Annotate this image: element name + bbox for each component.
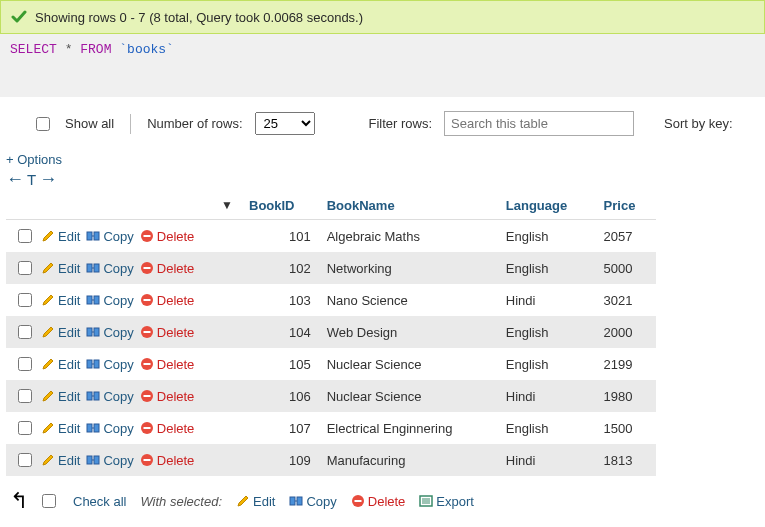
- cell-bookname: Manufacuring: [319, 444, 498, 476]
- table-row: EditCopyDelete103Nano ScienceHindi3021: [6, 284, 656, 316]
- row-checkbox[interactable]: [18, 453, 32, 467]
- cell-language: English: [498, 220, 596, 253]
- row-checkbox[interactable]: [18, 389, 32, 403]
- delete-icon: [140, 389, 154, 403]
- pencil-icon: [41, 389, 55, 403]
- cell-bookname: Nuclear Science: [319, 348, 498, 380]
- svg-rect-29: [94, 456, 99, 464]
- column-header-bookname[interactable]: BookName: [319, 194, 498, 220]
- copy-button[interactable]: Copy: [86, 325, 133, 340]
- edit-button[interactable]: Edit: [41, 421, 80, 436]
- copy-button[interactable]: Copy: [86, 293, 133, 308]
- edit-button[interactable]: Edit: [41, 261, 80, 276]
- column-header-price[interactable]: Price: [596, 194, 656, 220]
- sql-query-display: SELECT * FROM `books`: [0, 34, 765, 97]
- delete-button[interactable]: Delete: [140, 261, 195, 276]
- svg-rect-27: [143, 427, 150, 429]
- column-header-bookid[interactable]: BookID: [241, 194, 319, 220]
- row-checkbox[interactable]: [18, 357, 32, 371]
- with-selected-label: With selected:: [140, 494, 222, 509]
- copy-button[interactable]: Copy: [86, 453, 133, 468]
- bulk-edit-button[interactable]: Edit: [236, 494, 275, 509]
- copy-icon: [86, 357, 100, 371]
- svg-rect-12: [87, 328, 92, 336]
- pencil-icon: [236, 494, 250, 508]
- delete-button[interactable]: Delete: [140, 325, 195, 340]
- table-row: EditCopyDelete107Electrical EnginneringE…: [6, 412, 656, 444]
- delete-icon: [140, 293, 154, 307]
- copy-button[interactable]: Copy: [86, 229, 133, 244]
- delete-button[interactable]: Delete: [140, 453, 195, 468]
- svg-rect-25: [94, 424, 99, 432]
- copy-button[interactable]: Copy: [86, 421, 133, 436]
- bulk-copy-button[interactable]: Copy: [289, 494, 336, 509]
- delete-button[interactable]: Delete: [140, 421, 195, 436]
- bulk-delete-button[interactable]: Delete: [351, 494, 406, 509]
- cell-bookname: Networking: [319, 252, 498, 284]
- edit-button[interactable]: Edit: [41, 229, 80, 244]
- svg-rect-15: [143, 331, 150, 333]
- show-all-checkbox[interactable]: [36, 117, 50, 131]
- pencil-icon: [41, 293, 55, 307]
- delete-button[interactable]: Delete: [140, 389, 195, 404]
- options-toggle[interactable]: + Options: [0, 146, 765, 169]
- row-checkbox[interactable]: [18, 421, 32, 435]
- svg-rect-13: [94, 328, 99, 336]
- sort-direction-control[interactable]: ← T →: [0, 169, 765, 194]
- copy-button[interactable]: Copy: [86, 261, 133, 276]
- num-rows-select[interactable]: 25: [255, 112, 315, 135]
- cell-bookname: Web Design: [319, 316, 498, 348]
- cell-bookname: Electrical Enginnering: [319, 412, 498, 444]
- sort-down-icon[interactable]: ▼: [221, 198, 233, 212]
- table-row: EditCopyDelete101Algebraic MathsEnglish2…: [6, 220, 656, 253]
- check-all-checkbox[interactable]: [42, 494, 56, 508]
- copy-icon: [86, 229, 100, 243]
- delete-icon: [351, 494, 365, 508]
- edit-button[interactable]: Edit: [41, 293, 80, 308]
- delete-button[interactable]: Delete: [140, 293, 195, 308]
- cell-bookid: 106: [241, 380, 319, 412]
- edit-button[interactable]: Edit: [41, 325, 80, 340]
- cell-language: English: [498, 412, 596, 444]
- copy-icon: [86, 325, 100, 339]
- svg-rect-32: [290, 497, 295, 505]
- copy-button[interactable]: Copy: [86, 357, 133, 372]
- results-table: ▼ BookID BookName Language Price EditCop…: [6, 194, 656, 476]
- delete-button[interactable]: Delete: [140, 357, 195, 372]
- copy-icon: [86, 389, 100, 403]
- check-all-link[interactable]: Check all: [73, 494, 126, 509]
- edit-button[interactable]: Edit: [41, 389, 80, 404]
- edit-button[interactable]: Edit: [41, 453, 80, 468]
- svg-rect-11: [143, 299, 150, 301]
- select-arrow-icon: ↰: [10, 488, 28, 514]
- copy-icon: [86, 293, 100, 307]
- copy-icon: [289, 494, 303, 508]
- svg-rect-19: [143, 363, 150, 365]
- copy-button[interactable]: Copy: [86, 389, 133, 404]
- table-row: EditCopyDelete104Web DesignEnglish2000: [6, 316, 656, 348]
- svg-rect-5: [94, 264, 99, 272]
- edit-button[interactable]: Edit: [41, 357, 80, 372]
- copy-icon: [86, 421, 100, 435]
- filter-rows-input[interactable]: [444, 111, 634, 136]
- row-checkbox[interactable]: [18, 261, 32, 275]
- table-row: EditCopyDelete102NetworkingEnglish5000: [6, 252, 656, 284]
- svg-rect-35: [354, 500, 361, 502]
- delete-icon: [140, 421, 154, 435]
- delete-button[interactable]: Delete: [140, 229, 195, 244]
- row-checkbox[interactable]: [18, 293, 32, 307]
- svg-rect-16: [87, 360, 92, 368]
- row-checkbox[interactable]: [18, 325, 32, 339]
- row-checkbox[interactable]: [18, 229, 32, 243]
- cell-bookname: Nuclear Science: [319, 380, 498, 412]
- cell-price: 3021: [596, 284, 656, 316]
- export-button[interactable]: Export: [419, 494, 474, 509]
- cell-price: 2000: [596, 316, 656, 348]
- column-header-language[interactable]: Language: [498, 194, 596, 220]
- sort-by-key-label: Sort by key:: [664, 116, 733, 131]
- delete-icon: [140, 453, 154, 467]
- check-icon: [11, 9, 27, 25]
- cell-price: 2057: [596, 220, 656, 253]
- toolbar-divider: [130, 114, 131, 134]
- table-row: EditCopyDelete106Nuclear ScienceHindi198…: [6, 380, 656, 412]
